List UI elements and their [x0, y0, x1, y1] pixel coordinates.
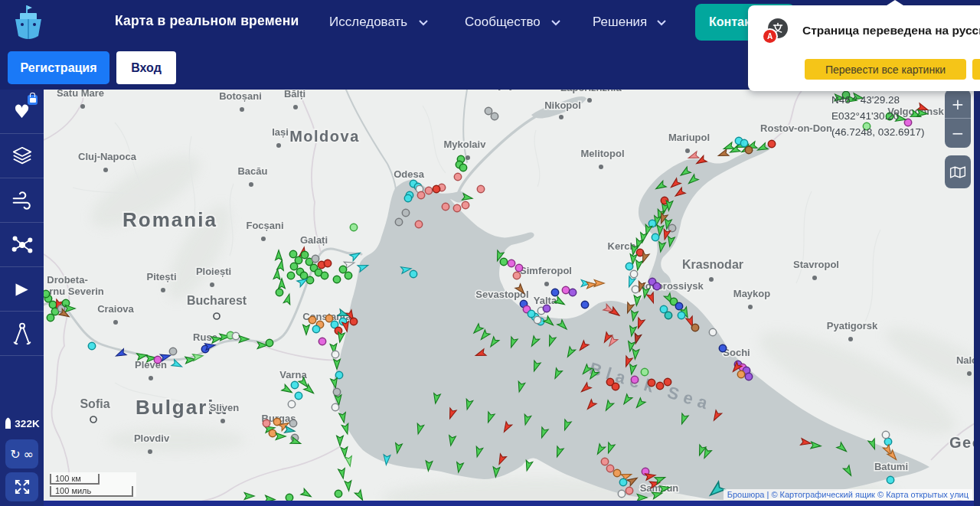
port-marker[interactable]	[462, 201, 469, 208]
live-map-canvas[interactable]: Satu MareBotoșaniBălțiIașiMoldovaCluj-Na…	[44, 90, 974, 501]
port-marker[interactable]	[528, 310, 534, 317]
sidebar-item-measure[interactable]	[0, 312, 44, 356]
port-marker[interactable]	[508, 260, 514, 266]
port-marker[interactable]	[745, 373, 752, 380]
port-marker[interactable]	[500, 258, 507, 265]
port-marker[interactable]	[88, 342, 95, 349]
port-marker[interactable]	[301, 251, 308, 258]
port-marker[interactable]	[312, 325, 319, 332]
nav-explore[interactable]: Исследовать	[329, 15, 407, 30]
port-marker[interactable]	[453, 204, 460, 211]
port-marker[interactable]	[350, 318, 357, 325]
port-marker[interactable]	[653, 282, 660, 289]
map-style-button[interactable]	[945, 155, 971, 188]
port-marker[interactable]	[562, 286, 569, 293]
port-marker[interactable]	[454, 173, 461, 180]
port-marker[interactable]	[295, 392, 302, 399]
port-marker[interactable]	[433, 185, 439, 192]
port-marker[interactable]	[648, 379, 655, 386]
port-marker[interactable]	[410, 270, 416, 277]
port-marker[interactable]	[49, 301, 56, 308]
port-marker[interactable]	[719, 344, 726, 351]
port-marker[interactable]	[333, 388, 340, 395]
port-marker[interactable]	[569, 289, 576, 295]
port-marker[interactable]	[287, 272, 294, 279]
port-marker[interactable]	[612, 383, 619, 390]
port-marker[interactable]	[551, 289, 558, 295]
port-marker[interactable]	[691, 324, 698, 331]
port-marker[interactable]	[350, 224, 357, 230]
port-marker[interactable]	[491, 113, 498, 119]
port-marker[interactable]	[618, 490, 625, 497]
port-marker[interactable]	[415, 220, 422, 227]
sidebar-item-playback[interactable]: ▶	[0, 267, 44, 312]
port-marker[interactable]	[442, 203, 449, 210]
port-marker[interactable]	[404, 194, 411, 201]
sidebar-item-favorites[interactable]: ♥	[0, 90, 44, 134]
port-marker[interactable]	[44, 290, 50, 297]
port-marker[interactable]	[631, 376, 638, 383]
port-marker[interactable]	[656, 382, 663, 389]
port-marker[interactable]	[641, 368, 648, 375]
vessel-counter[interactable]: 322K	[0, 417, 44, 429]
port-marker[interactable]	[477, 185, 484, 192]
port-marker[interactable]	[632, 286, 639, 292]
port-marker[interactable]	[417, 191, 424, 198]
port-marker[interactable]	[887, 476, 893, 483]
register-button[interactable]: Регистрация	[8, 51, 109, 84]
marinetraffic-logo[interactable]	[11, 4, 46, 42]
port-marker[interactable]	[154, 356, 161, 363]
port-marker[interactable]	[678, 312, 684, 318]
port-marker[interactable]	[335, 371, 342, 378]
secondary-translate-button[interactable]	[972, 59, 980, 80]
port-marker[interactable]	[543, 305, 550, 312]
port-marker[interactable]	[425, 187, 432, 194]
port-marker[interactable]	[581, 301, 588, 308]
map-attribution[interactable]: Брошюра | © Картографический ящик © Карт…	[724, 489, 972, 500]
zoom-in-button[interactable]: +	[945, 90, 971, 119]
fullscreen-button[interactable]	[5, 472, 38, 501]
sidebar-item-routes[interactable]	[0, 223, 44, 267]
port-marker[interactable]	[291, 381, 298, 388]
port-marker[interactable]	[339, 266, 346, 273]
port-marker[interactable]	[485, 107, 492, 114]
sidebar-item-weather[interactable]	[0, 178, 44, 223]
port-marker[interactable]	[626, 487, 632, 494]
port-marker[interactable]	[312, 255, 318, 262]
port-marker[interactable]	[395, 218, 402, 225]
port-marker[interactable]	[534, 316, 541, 323]
zoom-out-button[interactable]: −	[945, 119, 971, 148]
port-marker[interactable]	[332, 403, 338, 410]
port-marker[interactable]	[740, 139, 747, 146]
port-marker[interactable]	[665, 312, 671, 318]
nav-community[interactable]: Сообщество	[465, 15, 541, 30]
port-marker[interactable]	[335, 490, 341, 497]
port-marker[interactable]	[513, 272, 520, 279]
port-marker[interactable]	[321, 272, 328, 279]
translate-images-button[interactable]: Перевести все картинки	[805, 59, 966, 80]
port-marker[interactable]	[332, 351, 338, 357]
port-marker[interactable]	[515, 264, 522, 271]
port-marker[interactable]	[664, 378, 671, 385]
port-marker[interactable]	[263, 419, 270, 426]
port-marker[interactable]	[630, 270, 637, 277]
port-marker[interactable]	[737, 371, 744, 377]
port-marker[interactable]	[169, 348, 176, 354]
port-marker[interactable]	[324, 260, 331, 266]
port-marker[interactable]	[652, 233, 658, 240]
port-marker[interactable]	[882, 431, 889, 438]
port-marker[interactable]	[613, 469, 620, 476]
port-marker[interactable]	[675, 302, 682, 309]
port-marker[interactable]	[306, 276, 313, 283]
port-marker[interactable]	[619, 478, 626, 485]
port-marker[interactable]	[606, 465, 613, 472]
port-marker[interactable]	[402, 209, 409, 216]
port-marker[interactable]	[333, 276, 340, 282]
port-marker[interactable]	[232, 332, 239, 339]
port-marker[interactable]	[601, 458, 608, 465]
port-marker[interactable]	[709, 328, 716, 335]
port-marker[interactable]	[269, 429, 276, 436]
port-marker[interactable]	[288, 400, 295, 407]
port-marker[interactable]	[745, 146, 752, 153]
sidebar-item-layers[interactable]	[0, 134, 44, 178]
